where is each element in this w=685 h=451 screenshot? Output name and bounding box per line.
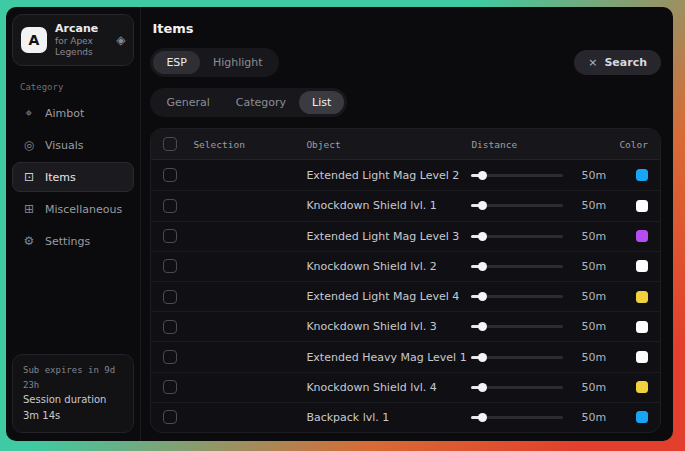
slider-knob[interactable] [478, 171, 487, 180]
row-checkbox[interactable] [163, 410, 177, 424]
column-header-distance: Distance [471, 139, 573, 150]
sidebar-item-label: Aimbot [45, 107, 84, 120]
color-swatch[interactable] [636, 351, 648, 363]
color-swatch[interactable] [636, 291, 648, 303]
tab-esp[interactable]: ESP [153, 51, 200, 74]
view-tabs: General Category List [150, 88, 347, 117]
color-swatch[interactable] [636, 411, 648, 423]
app-window: A Arcane for Apex Legends ◈ Category ⌖ A… [6, 7, 673, 441]
distance-value: 50m [573, 199, 619, 212]
grid-icon: ⊞ [22, 202, 36, 216]
distance-value: 50m [573, 290, 619, 303]
distance-slider[interactable] [471, 386, 563, 389]
gear-icon: ⚙ [22, 234, 36, 248]
slider-knob[interactable] [478, 262, 487, 271]
object-label: Extended Light Mag Level 3 [306, 230, 471, 243]
sidebar-item-miscellaneous[interactable]: ⊞ Miscellaneous [12, 194, 134, 224]
sidebar-item-items[interactable]: ⊡ Items [12, 162, 134, 192]
column-header-selection: Selection [193, 139, 306, 150]
color-swatch[interactable] [636, 321, 648, 333]
table-row: Extended Heavy Mag Level 1 50m [151, 341, 660, 371]
row-checkbox[interactable] [163, 380, 177, 394]
color-swatch[interactable] [636, 230, 648, 242]
table-row: Knockdown Shield lvl. 2 50m [151, 251, 660, 281]
slider-knob[interactable] [478, 322, 487, 331]
distance-value: 50m [573, 169, 619, 182]
sidebar-item-aimbot[interactable]: ⌖ Aimbot [12, 98, 134, 128]
slider-knob[interactable] [478, 292, 487, 301]
table-row: Knockdown Shield lvl. 4 50m [151, 372, 660, 402]
gem-icon[interactable]: ◈ [116, 33, 125, 47]
tab-category[interactable]: Category [223, 91, 299, 114]
object-label: Knockdown Shield lvl. 2 [306, 260, 471, 273]
object-label: Extended Light Mag Level 4 [306, 290, 471, 303]
category-label: Category [20, 82, 134, 92]
distance-slider[interactable] [471, 356, 563, 359]
sidebar-item-label: Miscellaneous [45, 203, 122, 216]
app-name: Arcane [55, 22, 108, 36]
color-swatch[interactable] [636, 381, 648, 393]
box-icon: ⊡ [22, 170, 36, 184]
sidebar-item-label: Settings [45, 235, 90, 248]
slider-knob[interactable] [478, 353, 487, 362]
distance-value: 50m [573, 381, 619, 394]
slider-knob[interactable] [478, 201, 487, 210]
sidebar-item-settings[interactable]: ⚙ Settings [12, 226, 134, 256]
row-checkbox[interactable] [163, 290, 177, 304]
table-row: Extended Light Mag Level 2 50m [151, 160, 660, 190]
sidebar-item-label: Visuals [45, 139, 84, 152]
crosshair-icon: ⌖ [22, 106, 36, 120]
distance-slider[interactable] [471, 295, 563, 298]
app-logo: A [21, 27, 47, 53]
row-checkbox[interactable] [163, 229, 177, 243]
distance-slider[interactable] [471, 204, 563, 207]
color-swatch[interactable] [636, 169, 648, 181]
sidebar-item-label: Items [45, 171, 76, 184]
items-table: Selection Object Distance Color Extended… [150, 128, 661, 433]
column-header-color: Color [619, 139, 648, 150]
tab-highlight[interactable]: Highlight [200, 51, 276, 74]
color-swatch[interactable] [636, 260, 648, 272]
distance-slider[interactable] [471, 416, 563, 419]
object-label: Knockdown Shield lvl. 1 [306, 199, 471, 212]
table-row: Knockdown Shield lvl. 1 50m [151, 190, 660, 220]
slider-knob[interactable] [478, 413, 487, 422]
distance-value: 50m [573, 230, 619, 243]
slider-knob[interactable] [478, 383, 487, 392]
column-header-object: Object [306, 139, 471, 150]
sidebar-item-visuals[interactable]: ◎ Visuals [12, 130, 134, 160]
distance-slider[interactable] [471, 235, 563, 238]
select-all-checkbox[interactable] [163, 137, 177, 151]
object-label: Extended Light Mag Level 2 [306, 169, 471, 182]
search-button[interactable]: × Search [574, 50, 661, 75]
sub-expires-text: Sub expires in 9d 23h [23, 363, 123, 392]
table-row: Backpack lvl. 1 50m [151, 402, 660, 432]
color-swatch[interactable] [636, 200, 648, 212]
distance-slider[interactable] [471, 325, 563, 328]
row-checkbox[interactable] [163, 320, 177, 334]
sidebar-nav: ⌖ Aimbot ◎ Visuals ⊡ Items ⊞ Miscellaneo… [12, 98, 134, 256]
table-row: Extended Light Mag Level 4 50m [151, 281, 660, 311]
sidebar: A Arcane for Apex Legends ◈ Category ⌖ A… [6, 7, 141, 441]
session-info-box: Sub expires in 9d 23h Session duration 3… [12, 354, 134, 433]
table-row: Knockdown Shield lvl. 3 50m [151, 311, 660, 341]
distance-value: 50m [573, 411, 619, 424]
object-label: Backpack lvl. 1 [306, 411, 471, 424]
table-row: Extended Light Mag Level 3 50m [151, 221, 660, 251]
row-checkbox[interactable] [163, 168, 177, 182]
row-checkbox[interactable] [163, 259, 177, 273]
object-label: Extended Heavy Mag Level 1 [306, 351, 471, 364]
tab-general[interactable]: General [153, 91, 222, 114]
slider-knob[interactable] [478, 232, 487, 241]
tab-list[interactable]: List [299, 91, 344, 114]
table-header-row: Selection Object Distance Color [151, 129, 660, 160]
row-checkbox[interactable] [163, 350, 177, 364]
distance-value: 50m [573, 320, 619, 333]
app-subtitle: for Apex Legends [55, 36, 108, 59]
row-checkbox[interactable] [163, 199, 177, 213]
distance-slider[interactable] [471, 265, 563, 268]
session-duration-text: Session duration 3m 14s [23, 392, 123, 424]
eye-icon: ◎ [22, 138, 36, 152]
main-content: Items ESP Highlight × Search General Cat… [141, 7, 673, 441]
distance-slider[interactable] [471, 174, 563, 177]
